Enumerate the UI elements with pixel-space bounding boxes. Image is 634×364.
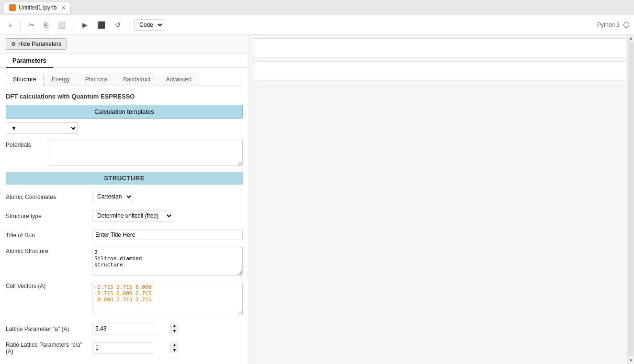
structure-type-label: Structure type bbox=[6, 212, 92, 220]
atomic-coordinates-select[interactable]: Cartesian Crystal bbox=[92, 191, 133, 202]
title-of-run-input[interactable] bbox=[92, 230, 243, 240]
scroll-up-arrow[interactable]: ▲ bbox=[629, 35, 634, 41]
main-layout: ⚙ Hide Parameters Parameters Structure E… bbox=[0, 34, 634, 364]
browser-tab[interactable]: Untitled1.ipynb ✕ bbox=[4, 2, 71, 13]
panel-content: Structure Energy Phonons Bandstruct Adva… bbox=[0, 68, 249, 364]
structure-type-row: Structure type Determine unitcell (free)… bbox=[6, 209, 243, 223]
atomic-structure-row: Atomic Structure 2 Silicon diamond struc… bbox=[6, 247, 243, 277]
jupyter-toolbar: + ✂ ⎘ ⬜ ▶ ⬛ ↺ Code Python 3 bbox=[0, 15, 634, 34]
run-button[interactable]: ▶ bbox=[79, 19, 91, 31]
tab-advanced[interactable]: Advanced bbox=[158, 73, 198, 86]
ratio-ca-up[interactable]: ▲ bbox=[170, 342, 179, 348]
tab-favicon bbox=[9, 4, 16, 11]
lattice-a-up[interactable]: ▲ bbox=[170, 323, 179, 329]
cut-button[interactable]: ✂ bbox=[25, 19, 38, 31]
kernel-label: Python 3 bbox=[597, 22, 620, 28]
kernel-indicator bbox=[623, 22, 629, 28]
atomic-coordinates-control: Cartesian Crystal bbox=[92, 191, 243, 202]
cell-vectors-row: Cell Vectors (A) -2.715 2.715 0.000 -2.7… bbox=[6, 282, 243, 317]
structure-type-select[interactable]: Determine unitcell (free) Fixed unitcell… bbox=[92, 210, 173, 221]
left-panel: ⚙ Hide Parameters Parameters Structure E… bbox=[0, 34, 249, 364]
ratio-ca-spin-buttons: ▲ ▼ bbox=[170, 342, 179, 353]
hide-params-bar: ⚙ Hide Parameters bbox=[0, 34, 249, 54]
output-cell-2 bbox=[253, 61, 630, 80]
toolbar-divider-3 bbox=[129, 20, 129, 30]
tab-close-icon[interactable]: ✕ bbox=[61, 5, 66, 11]
potentials-row: Potentials bbox=[6, 140, 243, 166]
copy-button[interactable]: ⎘ bbox=[41, 19, 51, 31]
tab-phonons[interactable]: Phonons bbox=[78, 73, 115, 86]
atomic-structure-label: Atomic Structure bbox=[6, 247, 92, 254]
potentials-label: Potentials bbox=[6, 140, 49, 148]
right-scrollbar[interactable]: ▲ ▼ bbox=[627, 34, 634, 364]
title-of-run-label: Title of Run bbox=[6, 231, 92, 239]
params-header: Parameters bbox=[0, 54, 249, 68]
ratio-ca-spinner[interactable]: ▲ ▼ bbox=[92, 342, 154, 353]
templates-dropdown[interactable]: ▼ Option 1 Option 2 bbox=[6, 122, 78, 134]
atomic-coordinates-row: Atomic Coordinates Cartesian Crystal bbox=[6, 189, 243, 204]
toolbar-right: Python 3 bbox=[597, 22, 629, 28]
browser-tab-bar: Untitled1.ipynb ✕ bbox=[0, 0, 634, 15]
lattice-a-control: ▲ ▼ bbox=[92, 323, 243, 334]
lattice-a-down[interactable]: ▼ bbox=[170, 329, 179, 334]
lattice-a-input[interactable] bbox=[92, 323, 170, 334]
ratio-ca-sub-label: (A) bbox=[6, 348, 13, 355]
title-of-run-control bbox=[92, 230, 243, 240]
hide-params-button[interactable]: ⚙ Hide Parameters bbox=[6, 38, 67, 50]
atomic-structure-control: 2 Silicon diamond structure bbox=[92, 247, 243, 277]
gear-icon: ⚙ bbox=[11, 41, 16, 47]
lattice-a-label: Lattice Parameter "a" (A) bbox=[6, 325, 92, 332]
cell-vectors-label: Cell Vectors (A) bbox=[6, 282, 92, 289]
lattice-a-row: Lattice Parameter "a" (A) ▲ ▼ bbox=[6, 321, 243, 336]
ratio-ca-input[interactable] bbox=[92, 342, 170, 353]
paste-button[interactable]: ⬜ bbox=[54, 19, 69, 31]
interrupt-button[interactable]: ⬛ bbox=[94, 19, 109, 31]
cell-vectors-textarea[interactable]: -2.715 2.715 0.000 -2.715 0.000 2.715 0.… bbox=[92, 282, 243, 315]
atomic-structure-textarea[interactable]: 2 Silicon diamond structure bbox=[92, 247, 243, 276]
ratio-ca-row: Ratio Lattice Parameters "c/a" (A) ▲ ▼ bbox=[6, 341, 243, 355]
scroll-down-arrow[interactable]: ▼ bbox=[629, 358, 634, 363]
lattice-a-spin-buttons: ▲ ▼ bbox=[170, 323, 179, 334]
toolbar-divider-2 bbox=[74, 20, 74, 30]
tab-title: Untitled1.ipynb bbox=[19, 4, 57, 11]
tab-energy[interactable]: Energy bbox=[45, 73, 77, 86]
ratio-ca-down[interactable]: ▼ bbox=[170, 348, 179, 353]
calc-templates-button[interactable]: Calculation templates bbox=[6, 105, 243, 119]
ratio-ca-label: Ratio Lattice Parameters "c/a" (A) bbox=[6, 341, 92, 355]
lattice-a-spinner[interactable]: ▲ ▼ bbox=[92, 323, 154, 334]
hide-params-label: Hide Parameters bbox=[18, 41, 61, 47]
potentials-textarea[interactable] bbox=[49, 140, 243, 166]
templates-dropdown-row: ▼ Option 1 Option 2 bbox=[6, 122, 243, 134]
structure-banner: STRUCTURE bbox=[6, 172, 243, 185]
restart-button[interactable]: ↺ bbox=[112, 19, 124, 31]
cell-vectors-control: -2.715 2.715 0.000 -2.715 0.000 2.715 0.… bbox=[92, 282, 243, 317]
atomic-coordinates-label: Atomic Coordinates bbox=[6, 193, 92, 200]
parameters-tab[interactable]: Parameters bbox=[6, 54, 53, 68]
output-cell-1 bbox=[253, 38, 630, 57]
add-cell-button[interactable]: + bbox=[5, 19, 15, 31]
structure-type-control: Determine unitcell (free) Fixed unitcell… bbox=[92, 210, 243, 221]
sub-tabs: Structure Energy Phonons Bandstruct Adva… bbox=[6, 73, 243, 86]
right-panel: ▲ ▼ bbox=[249, 34, 634, 364]
tab-structure[interactable]: Structure bbox=[6, 73, 44, 86]
toolbar-divider-1 bbox=[20, 20, 21, 30]
tab-bandstruct[interactable]: Bandstruct bbox=[116, 73, 158, 86]
title-of-run-row: Title of Run bbox=[6, 228, 243, 242]
scroll-track[interactable] bbox=[629, 42, 634, 356]
ratio-ca-main-label: Ratio Lattice Parameters "c/a" bbox=[6, 342, 82, 348]
ratio-ca-control: ▲ ▼ bbox=[92, 342, 243, 353]
cell-type-select[interactable]: Code bbox=[134, 19, 164, 31]
section-title: DFT calculations with Quantum ESPRESSO bbox=[6, 93, 243, 100]
